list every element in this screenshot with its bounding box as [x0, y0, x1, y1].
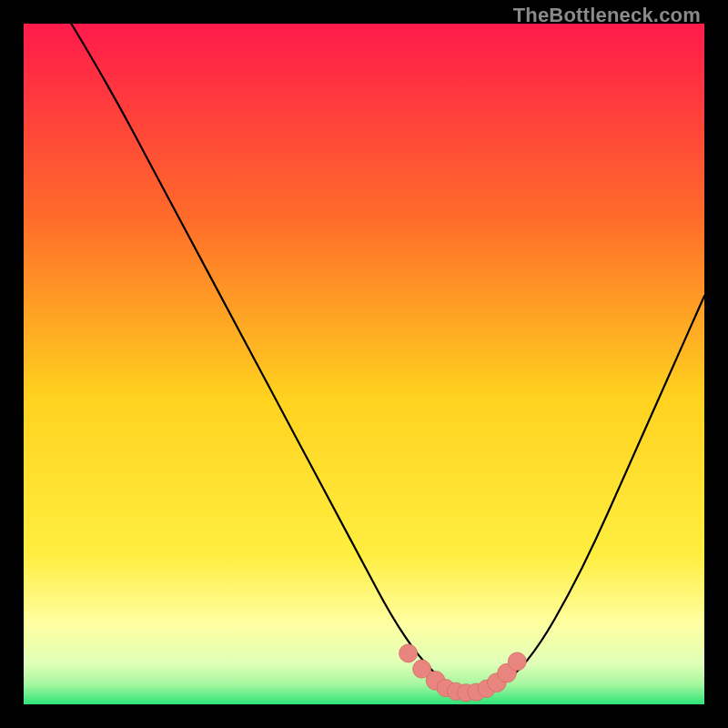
chart-frame — [24, 24, 704, 704]
chart-svg — [24, 24, 704, 704]
curve-marker — [508, 652, 526, 671]
curve-marker — [399, 644, 418, 662]
watermark-text: TheBottleneck.com — [513, 4, 701, 27]
gradient-background — [24, 24, 704, 704]
